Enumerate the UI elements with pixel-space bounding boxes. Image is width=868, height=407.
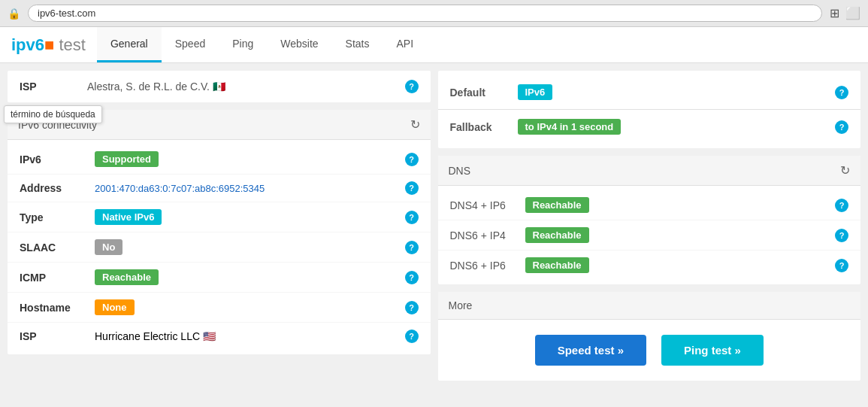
tab-general[interactable]: General xyxy=(97,27,162,62)
dns4-ip6-row: DNS4 + IP6 Reachable ? xyxy=(438,190,861,220)
more-section: More Speed test » Ping test » xyxy=(438,292,861,381)
dns4-ip6-label: DNS4 + IP6 xyxy=(450,199,518,211)
ipv6-row-value: Supported xyxy=(95,151,398,167)
slaac-info-icon[interactable]: ? xyxy=(405,241,419,254)
default-badge: IPv6 xyxy=(518,84,553,100)
url-bar[interactable]: ipv6-test.com xyxy=(28,5,822,22)
dns6-ip6-row: DNS6 + IP6 Reachable ? xyxy=(438,251,861,280)
address-link[interactable]: 2001:470:da63:0:7c07:ab8c:6952:5345 xyxy=(95,183,265,194)
logo-dot: ■ xyxy=(44,35,54,54)
dns6-ip6-value: Reachable xyxy=(525,257,589,273)
more-buttons: Speed test » Ping test » xyxy=(438,320,861,381)
tab-stats[interactable]: Stats xyxy=(332,27,383,62)
slaac-value: No xyxy=(95,239,398,255)
type-badge: Native IPv6 xyxy=(95,209,162,225)
browser-icons: ⊞ ⬜ xyxy=(830,6,860,20)
ipv6-connectivity-card: IPv6 connectivity ↻ IPv6 Supported ? Add… xyxy=(8,110,431,354)
dns6-ip4-label: DNS6 + IP4 xyxy=(450,229,518,241)
tab-speed[interactable]: Speed xyxy=(162,27,219,62)
address-label: Address xyxy=(20,182,87,194)
logo: ipv6■ test xyxy=(8,28,97,62)
dns4-ip6-value: Reachable xyxy=(525,197,589,213)
dns4-ip6-info-icon[interactable]: ? xyxy=(835,199,848,212)
fallback-value: to IPv4 in 1 second xyxy=(518,119,828,135)
refresh-icon[interactable]: ↻ xyxy=(410,117,420,132)
isp-connectivity-row: ISP Hurricane Electric LLC 🇺🇸 ? xyxy=(8,323,431,350)
search-tooltip: término de búsqueda xyxy=(4,105,102,123)
tab-website[interactable]: Website xyxy=(267,27,331,62)
icmp-value: Reachable xyxy=(95,269,398,285)
default-row: Default IPv6 ? xyxy=(438,75,861,109)
cast-icon[interactable]: ⬜ xyxy=(845,6,860,20)
default-card: Default IPv6 ? Fallback to IPv4 in 1 sec… xyxy=(438,71,861,148)
icmp-row: ICMP Reachable ? xyxy=(8,263,431,293)
hostname-label: Hostname xyxy=(20,302,87,314)
fallback-badge: to IPv4 in 1 second xyxy=(518,119,622,135)
default-card-body: Default IPv6 ? Fallback to IPv4 in 1 sec… xyxy=(438,71,861,148)
lock-icon: 🔒 xyxy=(8,8,20,20)
type-value: Native IPv6 xyxy=(95,209,398,225)
more-header: More xyxy=(438,292,861,320)
default-label: Default xyxy=(450,87,510,99)
tab-api[interactable]: API xyxy=(383,27,427,62)
slaac-label: SLAAC xyxy=(20,241,87,254)
type-label: Type xyxy=(20,211,87,223)
isp-row: ISP Alestra, S. de R.L. de C.V. 🇲🇽 ? xyxy=(8,71,431,102)
dns6-ip4-info-icon[interactable]: ? xyxy=(835,229,848,242)
address-row: Address 2001:470:da63:0:7c07:ab8c:6952:5… xyxy=(8,175,431,202)
right-panel: Default IPv6 ? Fallback to IPv4 in 1 sec… xyxy=(431,71,861,407)
ipv6-info-icon[interactable]: ? xyxy=(405,153,419,166)
icmp-badge: Reachable xyxy=(95,269,159,285)
slaac-badge: No xyxy=(95,239,122,255)
type-info-icon[interactable]: ? xyxy=(405,211,419,224)
dns6-ip4-value: Reachable xyxy=(525,227,589,243)
dns4-ip6-badge: Reachable xyxy=(525,197,589,213)
dns-refresh-icon[interactable]: ↻ xyxy=(840,163,850,178)
hostname-info-icon[interactable]: ? xyxy=(405,301,419,314)
isp-label: ISP xyxy=(20,80,80,93)
hostname-row: Hostname None ? xyxy=(8,293,431,323)
nav-bar: ipv6■ test General Speed Ping Website St… xyxy=(0,27,868,63)
address-value: 2001:470:da63:0:7c07:ab8c:6952:5345 xyxy=(95,182,398,194)
ipv6-supported-badge: Supported xyxy=(95,151,159,167)
type-row: Type Native IPv6 ? xyxy=(8,202,431,232)
speed-test-button[interactable]: Speed test » xyxy=(535,335,646,366)
fallback-info-icon[interactable]: ? xyxy=(835,120,848,134)
dns6-ip4-badge: Reachable xyxy=(525,227,589,243)
default-info-icon[interactable]: ? xyxy=(835,86,848,99)
dns6-ip4-row: DNS6 + IP4 Reachable ? xyxy=(438,220,861,251)
fallback-row: Fallback to IPv4 in 1 second ? xyxy=(438,110,861,144)
address-info-icon[interactable]: ? xyxy=(405,181,419,195)
ipv6-connectivity-body: IPv6 Supported ? Address 2001:470:da63:0… xyxy=(8,140,431,354)
default-value: IPv6 xyxy=(518,84,828,100)
isp-value: Alestra, S. de R.L. de C.V. 🇲🇽 xyxy=(87,80,398,93)
dns-card: DNS ↻ DNS4 + IP6 Reachable ? DNS6 + IP4 … xyxy=(438,156,861,284)
tab-ping[interactable]: Ping xyxy=(219,27,267,62)
slaac-row: SLAAC No ? xyxy=(8,232,431,263)
dns-body: DNS4 + IP6 Reachable ? DNS6 + IP4 Reacha… xyxy=(438,186,861,284)
isp-connectivity-label: ISP xyxy=(20,330,87,342)
dns-header: DNS ↻ xyxy=(438,156,861,186)
ipv6-row: IPv6 Supported ? xyxy=(8,144,431,175)
ping-test-button[interactable]: Ping test » xyxy=(661,335,764,366)
logo-ipv6: ipv6 xyxy=(11,35,44,54)
grid-icon[interactable]: ⊞ xyxy=(830,6,839,20)
dns6-ip6-info-icon[interactable]: ? xyxy=(835,259,848,272)
isp-connectivity-info-icon[interactable]: ? xyxy=(405,330,419,343)
fallback-label: Fallback xyxy=(450,121,510,133)
ipv6-row-label: IPv6 xyxy=(20,153,87,166)
main-content: ISP Alestra, S. de R.L. de C.V. 🇲🇽 ? IPv… xyxy=(0,63,868,407)
isp-connectivity-value: Hurricane Electric LLC 🇺🇸 xyxy=(95,330,398,342)
dns-title: DNS xyxy=(449,165,471,177)
dns6-ip6-badge: Reachable xyxy=(525,257,589,273)
hostname-value: None xyxy=(95,299,398,315)
logo-test: test xyxy=(59,35,85,54)
nav-tabs: General Speed Ping Website Stats API xyxy=(97,27,427,62)
icmp-label: ICMP xyxy=(20,272,87,284)
hostname-badge: None xyxy=(95,299,135,315)
browser-bar: 🔒 ipv6-test.com ⊞ ⬜ xyxy=(0,0,868,27)
dns6-ip6-label: DNS6 + IP6 xyxy=(450,260,518,272)
isp-info-icon[interactable]: ? xyxy=(405,80,419,93)
icmp-info-icon[interactable]: ? xyxy=(405,271,419,284)
